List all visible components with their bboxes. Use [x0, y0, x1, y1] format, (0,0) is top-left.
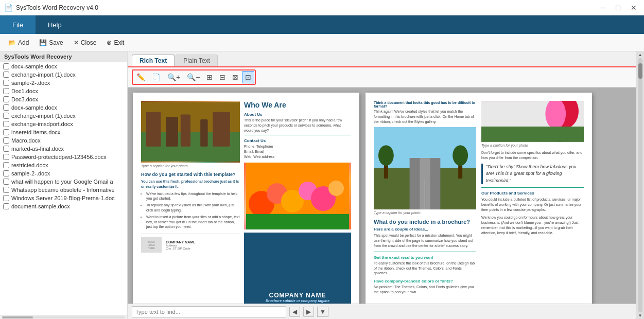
maximize-button[interactable]: □	[613, 3, 623, 13]
list-item[interactable]: Whatsapp became obsolete - Informative	[0, 186, 127, 194]
grid2-button[interactable]: ⊟	[216, 71, 229, 83]
about-text: This is the place for your 'elevator pit…	[244, 118, 351, 133]
file-checkbox[interactable]	[3, 104, 9, 111]
dont-forget-text: Don't forget to include some specifics a…	[481, 150, 584, 161]
list-item[interactable]: inseretd-items.docx	[0, 128, 127, 136]
what-include-heading: What do you include in a brochure?	[374, 219, 476, 225]
pencil-button[interactable]: ✏️	[133, 71, 148, 83]
list-item[interactable]: document-sample.docx	[0, 202, 127, 210]
list-item[interactable]: Windows Server 2019-Blog-Prerna-1.doc	[0, 194, 127, 202]
file-checkbox[interactable]	[3, 80, 9, 86]
list-item[interactable]: exchange-imsdport.docx	[0, 120, 127, 128]
road-photo	[374, 127, 476, 209]
scroll-down-arrow[interactable]: ▼	[638, 313, 642, 318]
document-preview[interactable]: Type a caption for your photo How do you…	[128, 87, 636, 304]
svg-rect-4	[181, 114, 190, 146]
doc-page-1: Type a caption for your photo How do you…	[133, 93, 359, 304]
file-checkbox[interactable]	[3, 96, 9, 102]
file-checkbox[interactable]	[3, 146, 9, 152]
scroll-track[interactable]	[638, 58, 642, 312]
list-item[interactable]: Macro.docx	[0, 136, 127, 145]
file-checkbox[interactable]	[3, 170, 9, 176]
grid4-button[interactable]: ⊡	[242, 71, 254, 83]
list-item[interactable]: exchange-import (1).docx	[0, 70, 127, 79]
file-checkbox[interactable]	[3, 187, 9, 193]
tab-rich-text[interactable]: Rich Text	[132, 55, 175, 66]
page2-top-text: Think a document that looks this good ha…	[374, 101, 476, 124]
file-checkbox[interactable]	[3, 63, 9, 69]
find-next-button[interactable]: ▶	[303, 307, 314, 317]
svg-rect-28	[481, 127, 584, 142]
save-button[interactable]: 💾 Save	[35, 37, 67, 48]
list-item[interactable]: docx-sample.docx	[0, 103, 127, 112]
bullet-item: We've included a few tips throughout the…	[146, 191, 240, 202]
sidebar-scrollbar	[0, 315, 127, 319]
find-prev-button[interactable]: ◀	[289, 307, 300, 317]
company-name: COMPANY NAME	[269, 292, 326, 299]
sidebar-title: SysTools Word Recovery	[0, 51, 127, 62]
branded-text: No problem! The Themes, Colors, and Font…	[374, 285, 476, 295]
tab-plain-text[interactable]: Plain Text	[176, 55, 218, 66]
list-item[interactable]: exchange-import (1).docx	[0, 112, 127, 120]
list-item[interactable]: sample-2-.docx	[0, 169, 127, 178]
photo-caption-1: Type a caption for your photo	[141, 164, 240, 168]
bullet-item: To replace any tip text (such as this) w…	[146, 203, 240, 213]
list-item[interactable]: docx-sample.docx	[0, 62, 127, 70]
file-checkbox[interactable]	[3, 121, 9, 127]
bullet-item: Want to insert a picture from your files…	[146, 215, 240, 229]
minimize-button[interactable]: ─	[598, 3, 609, 13]
file-checkbox[interactable]	[3, 179, 9, 185]
add-button[interactable]: 📂 Add	[4, 37, 33, 48]
svg-rect-5	[200, 119, 207, 147]
file-checkbox[interactable]	[3, 162, 9, 168]
close-button[interactable]: ✕ Close	[69, 37, 101, 48]
file-checkbox[interactable]	[3, 195, 9, 201]
list-item[interactable]: marked-as-final.docx	[0, 145, 127, 153]
list-item[interactable]: Doc1.docx	[0, 87, 127, 95]
menu-file[interactable]: File	[0, 15, 36, 34]
list-item[interactable]: Password-protectedpwd-123456.docx	[0, 153, 127, 161]
scroll-thumb[interactable]	[638, 63, 642, 79]
find-options-button[interactable]: ▼	[317, 307, 328, 317]
close-window-button[interactable]: ✕	[628, 3, 640, 13]
list-item[interactable]: Doc3.docx	[0, 95, 127, 103]
page1-left: Type a caption for your photo How do you…	[141, 101, 240, 304]
exit-button[interactable]: ⊗ Exit	[102, 37, 128, 48]
grid3-button[interactable]: ⊠	[229, 71, 241, 83]
file-checkbox[interactable]	[3, 154, 9, 160]
file-checkbox[interactable]	[3, 137, 9, 144]
sidebar-scroll-track[interactable]	[2, 316, 125, 318]
list-item[interactable]: what will happen to your Google Gmail a	[0, 178, 127, 186]
sidebar-scroll-thumb[interactable]	[2, 316, 33, 318]
zoom-in-button[interactable]: 🔍+	[164, 71, 183, 83]
quote-text: "Don't be shy! Show them how fabulous yo…	[481, 164, 584, 185]
flowers-photo	[244, 163, 351, 229]
svg-rect-14	[246, 214, 349, 229]
svg-point-21	[378, 146, 394, 166]
file-checkbox[interactable]	[3, 113, 9, 119]
file-checkbox[interactable]	[3, 129, 9, 135]
vertical-scrollbar[interactable]: ▲ ▼	[636, 51, 644, 319]
close-icon: ✕	[74, 39, 79, 46]
tabs-bar: Rich Text Plain Text	[128, 51, 636, 67]
photo-caption-3: Type a caption for your photo	[481, 144, 584, 147]
contact-details: Phone: TelephoneEmail: EmailWeb: Web add…	[244, 144, 351, 159]
zoom-out-button[interactable]: 🔍−	[184, 71, 203, 83]
right-panel: Rich Text Plain Text ✏️ 📄 🔍+ 🔍− ⊞ ⊟ ⊠ ⊡	[128, 51, 644, 319]
list-item[interactable]: sample-2-.docx	[0, 79, 127, 87]
page-button[interactable]: 📄	[149, 71, 164, 83]
list-item[interactable]: restricted.docx	[0, 161, 127, 169]
grid1-button[interactable]: ⊞	[203, 71, 216, 83]
ideas-heading: Here are a couple of ideas...	[374, 227, 476, 232]
find-input[interactable]	[132, 306, 286, 317]
file-checkbox[interactable]	[3, 203, 9, 209]
page1-footer: YOURLOGOHERE COMPANY NAME AddressCity, S…	[141, 234, 240, 253]
think-heading: Think a document that looks this good ha…	[374, 101, 476, 108]
scroll-up-arrow[interactable]: ▲	[638, 52, 642, 57]
get-exact-heading: Get the exact results you want	[374, 255, 476, 260]
ideas-text: This spot would be perfect for a mission…	[374, 233, 476, 248]
menu-help[interactable]: Help	[36, 15, 74, 34]
file-checkbox[interactable]	[3, 72, 9, 78]
file-checkbox[interactable]	[3, 88, 9, 94]
main-layout: SysTools Word Recovery docx-sample.docx …	[0, 51, 644, 319]
